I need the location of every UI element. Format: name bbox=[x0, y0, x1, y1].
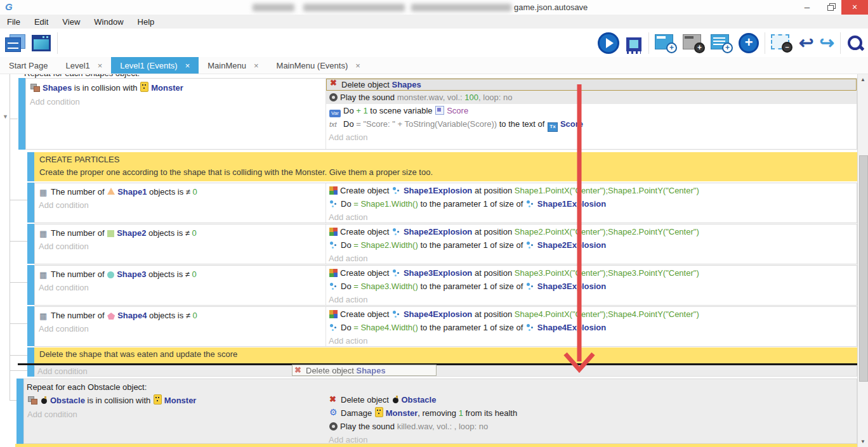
shape3-icon bbox=[107, 271, 114, 278]
text-run: at position bbox=[472, 186, 515, 195]
monster-icon bbox=[154, 394, 162, 405]
add-circle-icon[interactable] bbox=[739, 33, 759, 53]
condition-obstacle-collision[interactable]: Obstacle is in collision with Monster bbox=[27, 394, 196, 407]
event-indent-bar[interactable] bbox=[27, 152, 34, 181]
create-icon bbox=[329, 310, 338, 318]
repeat-event-header[interactable]: Repeat for each Obstacle object: bbox=[27, 380, 147, 394]
text-run: = Shape4.Width() bbox=[353, 323, 418, 332]
scene-editor-icon[interactable] bbox=[32, 35, 51, 51]
menu-file[interactable]: File bbox=[0, 17, 27, 27]
tree-connector bbox=[10, 370, 27, 371]
menu-view[interactable]: View bbox=[55, 17, 87, 27]
condition-shapes-collision[interactable]: Shapes is in collision with Monster bbox=[30, 81, 183, 94]
add-subevent-icon[interactable] bbox=[683, 34, 701, 49]
menu-help[interactable]: Help bbox=[131, 17, 162, 27]
tab-level1-events[interactable]: Level1 (Events)× bbox=[111, 57, 199, 74]
project-manager-icon[interactable] bbox=[5, 34, 25, 52]
text-run: Do bbox=[341, 282, 353, 291]
add-event-icon[interactable] bbox=[655, 34, 673, 49]
add-condition-link[interactable]: Add condition bbox=[39, 198, 89, 212]
scroll-up-icon[interactable]: ▲ bbox=[858, 77, 868, 82]
text-run: 0 bbox=[193, 311, 197, 320]
action-damage-monster[interactable]: Damage Monster, removing 1 from its heal… bbox=[326, 406, 857, 420]
add-condition-link[interactable]: Add condition bbox=[39, 240, 89, 253]
annotation-arrow-down bbox=[560, 82, 598, 374]
close-button[interactable]: × bbox=[841, 0, 868, 15]
shape2-icon bbox=[107, 230, 114, 237]
condition-shape2-count[interactable]: The number of Shape2 objects is ≠ 0 bbox=[39, 226, 197, 240]
text-run: Do bbox=[343, 106, 356, 115]
comment-partial-bottom[interactable] bbox=[15, 444, 857, 447]
text-run: ≠ bbox=[185, 228, 192, 238]
tab-mainmenu-events[interactable]: MainMenu (Events)× bbox=[268, 57, 369, 74]
event-indent-bar[interactable] bbox=[16, 379, 23, 444]
collapse-arrow-icon[interactable]: ▼ bbox=[3, 113, 8, 120]
comment-delete-shape[interactable]: Delete the shape that was eaten and upda… bbox=[34, 347, 857, 363]
tree-connector bbox=[10, 241, 27, 242]
tab-start-page[interactable]: Start Page bbox=[0, 57, 56, 74]
count-icon bbox=[39, 188, 48, 196]
play-icon[interactable] bbox=[598, 32, 619, 54]
tab-mainmenu[interactable]: MainMenu× bbox=[199, 57, 267, 74]
add-condition-link[interactable]: Add condition bbox=[30, 95, 80, 108]
add-condition-link[interactable]: Add condition bbox=[37, 365, 88, 378]
text-run: Shape3Explosion bbox=[404, 268, 472, 278]
x-icon bbox=[330, 80, 339, 89]
event-indent-bar[interactable] bbox=[27, 265, 34, 305]
event-indent-bar[interactable] bbox=[27, 224, 34, 264]
close-icon[interactable]: × bbox=[98, 57, 103, 74]
text-run: Delete object bbox=[341, 395, 391, 405]
text-run: to the parameter 1 of size of bbox=[418, 282, 525, 291]
search-icon[interactable] bbox=[846, 34, 864, 52]
undo-icon[interactable] bbox=[799, 34, 813, 53]
event-shape1: The number of Shape1 objects is ≠ 0 Add … bbox=[34, 183, 857, 223]
redo-icon[interactable] bbox=[820, 34, 834, 53]
text-run: , loop: no bbox=[478, 93, 513, 102]
action-delete-obstacle[interactable]: Delete object Obstacle bbox=[326, 393, 857, 406]
text-run: Do bbox=[341, 323, 353, 332]
text-run: Delete object bbox=[306, 366, 357, 375]
close-icon[interactable]: × bbox=[254, 57, 259, 74]
text-run: Play the sound bbox=[340, 422, 397, 431]
comment-title: CREATE PARTICLES bbox=[39, 155, 119, 164]
menu-window[interactable]: Window bbox=[87, 17, 130, 27]
text-run: at position bbox=[472, 268, 515, 278]
vertical-scrollbar[interactable]: ▲ ▼ bbox=[857, 74, 868, 447]
count-icon bbox=[39, 229, 48, 237]
text-run: ≠ bbox=[185, 269, 192, 279]
close-icon[interactable]: × bbox=[185, 57, 190, 74]
delete-event-icon[interactable] bbox=[771, 34, 789, 49]
event-indent-bar[interactable] bbox=[27, 306, 34, 346]
condition-shape4-count[interactable]: The number of Shape4 objects is ≠ 0 bbox=[39, 309, 197, 322]
event-indent-bar[interactable] bbox=[27, 365, 34, 377]
sound-icon bbox=[329, 422, 338, 431]
add-condition-link[interactable]: Add condition bbox=[39, 281, 89, 294]
text-run: objects is bbox=[147, 311, 185, 320]
add-condition-link[interactable]: Add condition bbox=[39, 322, 89, 335]
restore-button[interactable] bbox=[819, 0, 841, 15]
comment-create-particles[interactable]: CREATE PARTICLES Create the proper one a… bbox=[34, 152, 857, 181]
scroll-down-icon[interactable]: ▼ bbox=[858, 439, 868, 444]
text-run: Create object bbox=[340, 186, 391, 195]
tab-level1[interactable]: Level1× bbox=[56, 57, 111, 74]
condition-shape3-count[interactable]: The number of Shape3 objects is ≠ 0 bbox=[39, 268, 197, 281]
event-indent-bar[interactable] bbox=[18, 78, 25, 150]
add-condition-link[interactable]: Add condition bbox=[27, 408, 77, 421]
condition-shape1-count[interactable]: The number of Shape1 objects is ≠ 0 bbox=[39, 185, 197, 198]
text-run: Do bbox=[341, 240, 353, 250]
scrollbar-thumb[interactable] bbox=[859, 155, 868, 382]
menu-edit[interactable]: Edit bbox=[27, 17, 55, 27]
particle-icon bbox=[526, 200, 535, 208]
monster-icon bbox=[140, 82, 148, 92]
tree-connector bbox=[10, 119, 18, 119]
text-run: 0 bbox=[192, 269, 197, 279]
tab-label: Level1 (Events) bbox=[120, 61, 177, 70]
debug-icon[interactable] bbox=[626, 37, 641, 51]
minimize-button[interactable]: – bbox=[796, 0, 818, 15]
event-indent-bar[interactable] bbox=[27, 347, 34, 363]
close-icon[interactable]: × bbox=[355, 57, 360, 74]
event-indent-bar[interactable] bbox=[27, 183, 34, 223]
action-play-sound-killed[interactable]: Play the sound killed.wav, vol.: , loop:… bbox=[326, 420, 857, 433]
add-comment-icon[interactable] bbox=[711, 34, 729, 49]
text-run: killed.wav, vol.: , loop: no bbox=[397, 422, 489, 431]
